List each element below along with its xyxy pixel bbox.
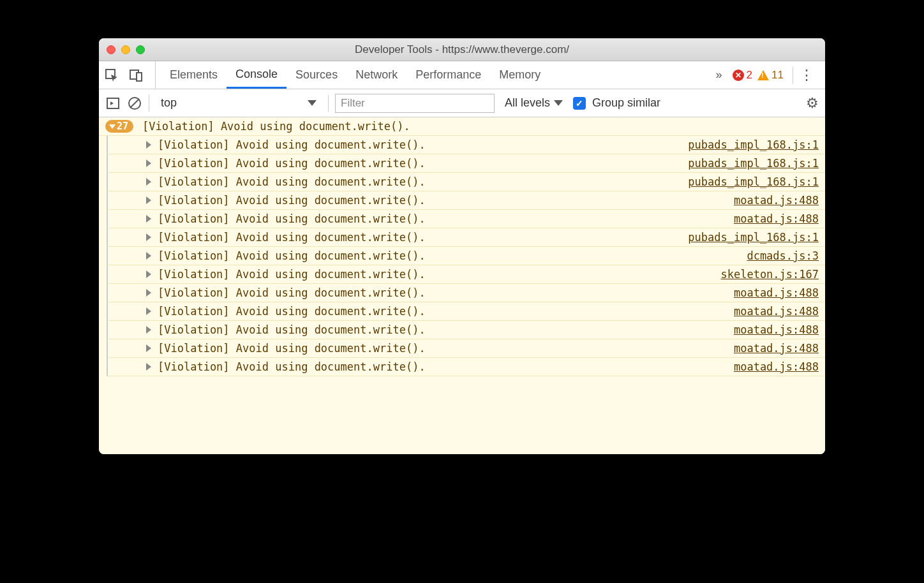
dropdown-triangle-icon	[554, 100, 563, 106]
filter-input[interactable]	[335, 94, 495, 113]
tab-sources[interactable]: Sources	[287, 61, 346, 89]
warning-icon	[757, 70, 769, 80]
devtools-menu-button[interactable]: ⋮	[793, 67, 820, 84]
expand-triangle-icon	[146, 344, 151, 352]
tabs: Elements Console Sources Network Perform…	[161, 61, 703, 89]
expand-triangle-icon	[146, 289, 151, 297]
source-link[interactable]: dcmads.js:3	[747, 249, 819, 262]
expand-triangle-icon	[146, 178, 151, 186]
warning-count-badge[interactable]: 11	[757, 69, 784, 82]
console-sidebar-toggle-icon[interactable]	[105, 96, 121, 111]
tab-network[interactable]: Network	[346, 61, 406, 89]
source-link[interactable]: moatad.js:488	[734, 360, 819, 373]
warning-count: 11	[771, 69, 784, 82]
log-message: [Violation] Avoid using document.write()…	[158, 194, 426, 207]
source-link[interactable]: moatad.js:488	[734, 286, 819, 299]
expand-triangle-icon	[146, 215, 151, 223]
dropdown-triangle-icon	[308, 100, 317, 106]
source-link[interactable]: skeleton.js:167	[720, 268, 819, 281]
expand-triangle-icon	[146, 159, 151, 167]
group-similar-checkbox[interactable]: ✓	[573, 97, 586, 110]
log-message: [Violation] Avoid using document.write()…	[158, 138, 426, 151]
tab-performance[interactable]: Performance	[406, 61, 490, 89]
log-message: [Violation] Avoid using document.write()…	[158, 286, 426, 299]
collapse-triangle-icon	[109, 124, 116, 129]
log-message: [Violation] Avoid using document.write()…	[158, 360, 426, 373]
console-log-row[interactable]: [Violation] Avoid using document.write()…	[107, 154, 825, 173]
console-log-row[interactable]: [Violation] Avoid using document.write()…	[107, 321, 825, 339]
console-log-row[interactable]: [Violation] Avoid using document.write()…	[107, 265, 825, 284]
log-message: [Violation] Avoid using document.write()…	[158, 342, 426, 355]
console-log-row[interactable]: [Violation] Avoid using document.write()…	[107, 210, 825, 228]
console-log-row[interactable]: [Violation] Avoid using document.write()…	[107, 247, 825, 265]
expand-triangle-icon	[146, 141, 151, 149]
tabbar-right: » ✕ 2 11 ⋮	[703, 67, 820, 84]
expand-triangle-icon	[146, 233, 151, 241]
source-link[interactable]: moatad.js:488	[734, 342, 819, 355]
source-link[interactable]: moatad.js:488	[734, 212, 819, 225]
window-title: Developer Tools - https://www.theverge.c…	[99, 43, 825, 56]
tab-elements[interactable]: Elements	[161, 61, 227, 89]
separator	[328, 95, 329, 112]
source-link[interactable]: pubads_impl_168.js:1	[688, 138, 819, 151]
log-message: [Violation] Avoid using document.write()…	[158, 231, 426, 244]
group-message: [Violation] Avoid using document.write()…	[142, 120, 410, 133]
console-log-row[interactable]: [Violation] Avoid using document.write()…	[107, 136, 825, 154]
titlebar: Developer Tools - https://www.theverge.c…	[99, 38, 825, 61]
tab-console[interactable]: Console	[227, 61, 287, 89]
error-count: 2	[747, 69, 752, 82]
clear-console-icon[interactable]	[127, 96, 142, 111]
console-log-row[interactable]: [Violation] Avoid using document.write()…	[107, 339, 825, 358]
svg-rect-2	[137, 73, 142, 81]
levels-label: All levels	[505, 96, 550, 110]
toggle-device-toolbar-icon[interactable]	[128, 68, 144, 83]
devtools-tabbar: Elements Console Sources Network Perform…	[99, 61, 825, 89]
separator	[149, 95, 149, 112]
inspect-element-icon[interactable]	[104, 68, 119, 83]
group-count-badge: 27	[105, 120, 133, 133]
traffic-lights	[107, 45, 145, 54]
log-message: [Violation] Avoid using document.write()…	[158, 305, 426, 318]
expand-triangle-icon	[146, 270, 151, 278]
console-group-header[interactable]: 27 [Violation] Avoid using document.writ…	[99, 117, 825, 136]
expand-triangle-icon	[146, 196, 151, 204]
error-icon: ✕	[733, 70, 744, 81]
maximize-window-button[interactable]	[136, 45, 145, 54]
console-log-row[interactable]: [Violation] Avoid using document.write()…	[107, 284, 825, 302]
source-link[interactable]: pubads_impl_168.js:1	[688, 157, 819, 170]
source-link[interactable]: moatad.js:488	[734, 305, 819, 318]
expand-triangle-icon	[146, 363, 151, 371]
group-count: 27	[117, 121, 128, 132]
context-label: top	[161, 96, 177, 110]
log-message: [Violation] Avoid using document.write()…	[158, 212, 426, 225]
console-settings-icon[interactable]: ⚙	[806, 95, 819, 112]
log-message: [Violation] Avoid using document.write()…	[158, 175, 426, 188]
expand-triangle-icon	[146, 326, 151, 334]
console-log-row[interactable]: [Violation] Avoid using document.write()…	[107, 191, 825, 210]
expand-triangle-icon	[146, 307, 151, 315]
execution-context-selector[interactable]: top	[156, 94, 322, 112]
source-link[interactable]: moatad.js:488	[734, 323, 819, 336]
minimize-window-button[interactable]	[121, 45, 130, 54]
console-toolbar: top All levels ✓ Group similar ⚙	[99, 89, 825, 117]
tabbar-left-icons	[104, 61, 156, 89]
console-log-row[interactable]: [Violation] Avoid using document.write()…	[107, 228, 825, 247]
source-link[interactable]: moatad.js:488	[734, 194, 819, 207]
console-log-row[interactable]: [Violation] Avoid using document.write()…	[107, 173, 825, 191]
log-message: [Violation] Avoid using document.write()…	[158, 268, 426, 281]
devtools-window: Developer Tools - https://www.theverge.c…	[99, 38, 825, 454]
console-log-row[interactable]: [Violation] Avoid using document.write()…	[107, 358, 825, 376]
log-message: [Violation] Avoid using document.write()…	[158, 249, 426, 262]
more-tabs-button[interactable]: »	[711, 68, 727, 82]
log-levels-selector[interactable]: All levels	[501, 96, 567, 110]
group-similar-label: Group similar	[592, 96, 660, 110]
console-log-row[interactable]: [Violation] Avoid using document.write()…	[107, 302, 825, 321]
log-message: [Violation] Avoid using document.write()…	[158, 157, 426, 170]
error-count-badge[interactable]: ✕ 2	[733, 69, 752, 82]
source-link[interactable]: pubads_impl_168.js:1	[688, 231, 819, 244]
console-output: 27 [Violation] Avoid using document.writ…	[99, 117, 825, 454]
source-link[interactable]: pubads_impl_168.js:1	[688, 175, 819, 188]
tab-memory[interactable]: Memory	[490, 61, 549, 89]
close-window-button[interactable]	[107, 45, 116, 54]
expand-triangle-icon	[146, 252, 151, 260]
